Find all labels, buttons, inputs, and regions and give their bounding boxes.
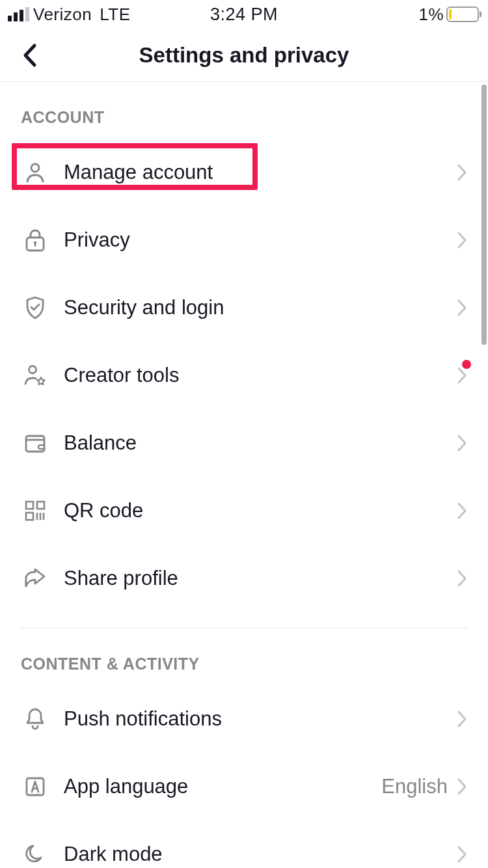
lock-icon xyxy=(21,226,49,254)
row-label: Dark mode xyxy=(64,843,457,866)
status-bar: Verizon LTE 3:24 PM 1% xyxy=(0,0,488,29)
row-dark-mode[interactable]: Dark mode xyxy=(0,821,488,868)
person-icon xyxy=(21,158,49,187)
chevron-right-icon xyxy=(457,569,467,588)
row-creator-tools[interactable]: Creator tools xyxy=(0,342,488,409)
row-qr-code[interactable]: QR code xyxy=(0,477,488,545)
status-left: Verizon LTE xyxy=(8,5,131,25)
settings-list[interactable]: ACCOUNT Manage account Privacy xyxy=(0,82,488,868)
row-balance[interactable]: Balance xyxy=(0,409,488,477)
chevron-right-icon xyxy=(457,299,467,317)
svg-rect-8 xyxy=(26,513,33,520)
row-value: English xyxy=(381,775,448,798)
signal-icon xyxy=(8,7,29,21)
row-label: Push notifications xyxy=(64,707,457,731)
row-label: Balance xyxy=(64,431,457,455)
person-star-icon xyxy=(21,361,49,390)
page-title: Settings and privacy xyxy=(139,43,349,68)
language-icon xyxy=(21,772,49,801)
qr-code-icon xyxy=(21,496,49,525)
share-icon xyxy=(21,564,49,593)
chevron-right-icon xyxy=(457,163,467,182)
row-label: Privacy xyxy=(64,228,457,252)
chevron-right-icon xyxy=(457,231,467,249)
nav-header: Settings and privacy xyxy=(0,29,488,82)
row-privacy[interactable]: Privacy xyxy=(0,206,488,274)
wallet-icon xyxy=(21,429,49,457)
status-right: 1% xyxy=(418,5,479,25)
svg-rect-6 xyxy=(26,502,33,509)
chevron-right-icon xyxy=(457,710,467,728)
section-header-content: CONTENT & ACTIVITY xyxy=(0,629,488,685)
row-manage-account[interactable]: Manage account xyxy=(0,139,488,206)
row-app-language[interactable]: App language English xyxy=(0,753,488,821)
network-label: LTE xyxy=(100,5,130,25)
back-button[interactable] xyxy=(13,39,46,72)
row-label: Security and login xyxy=(64,296,457,319)
row-label: Share profile xyxy=(64,567,457,590)
chevron-right-icon xyxy=(457,366,467,385)
chevron-right-icon xyxy=(457,502,467,520)
chevron-right-icon xyxy=(457,778,467,796)
row-security[interactable]: Security and login xyxy=(0,274,488,342)
svg-point-0 xyxy=(31,164,39,172)
row-label: QR code xyxy=(64,499,457,522)
svg-rect-3 xyxy=(34,243,36,247)
svg-rect-7 xyxy=(37,502,44,509)
svg-point-4 xyxy=(29,366,36,373)
shield-icon xyxy=(21,293,49,322)
chevron-left-icon xyxy=(21,43,37,68)
bell-icon xyxy=(21,705,49,733)
scrollbar[interactable] xyxy=(481,85,487,345)
battery-icon xyxy=(446,7,479,22)
chevron-right-icon xyxy=(457,434,467,452)
carrier-label: Verizon xyxy=(33,5,92,25)
status-time: 3:24 PM xyxy=(210,5,278,25)
battery-pct: 1% xyxy=(418,5,444,25)
row-share-profile[interactable]: Share profile xyxy=(0,545,488,612)
moon-icon xyxy=(21,840,49,868)
row-label: App language xyxy=(64,775,381,798)
row-push-notifications[interactable]: Push notifications xyxy=(0,685,488,753)
row-label: Creator tools xyxy=(64,364,457,387)
chevron-right-icon xyxy=(457,845,467,863)
section-header-account: ACCOUNT xyxy=(0,82,488,139)
row-label: Manage account xyxy=(64,161,457,184)
notification-dot-icon xyxy=(462,360,471,369)
